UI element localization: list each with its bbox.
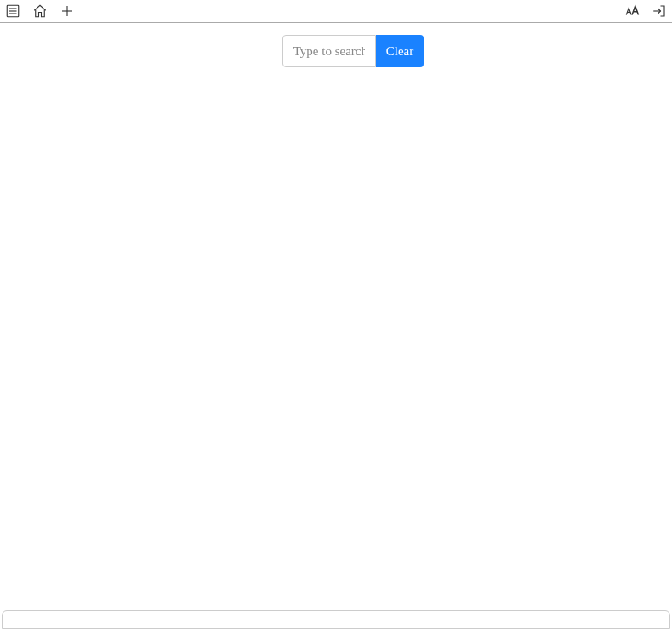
toolbar	[0, 0, 672, 23]
plus-icon[interactable]	[60, 3, 75, 19]
toolbar-left	[5, 3, 75, 19]
home-icon[interactable]	[32, 3, 48, 19]
list-icon[interactable]	[5, 3, 20, 19]
bottom-panel[interactable]	[2, 610, 670, 629]
toolbar-right	[624, 3, 667, 19]
main-content: Clear	[0, 23, 672, 629]
search-input[interactable]	[282, 35, 376, 67]
search-row: Clear	[282, 35, 424, 67]
enter-icon[interactable]	[652, 3, 667, 19]
text-size-icon[interactable]	[624, 3, 640, 19]
clear-button[interactable]: Clear	[376, 35, 424, 67]
